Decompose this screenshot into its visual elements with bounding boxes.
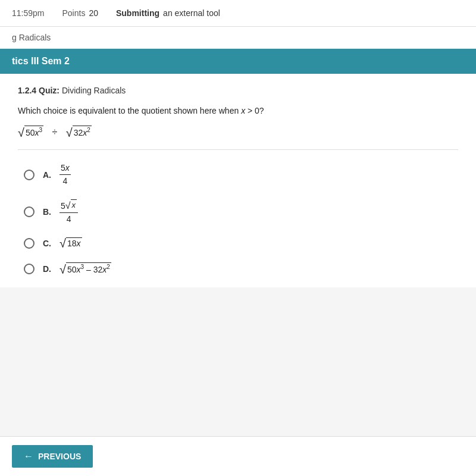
option-c-label: C. — [43, 239, 51, 248]
options-list: A. 5x 4 B. 5 √ x 4 — [18, 163, 458, 275]
division-symbol: ÷ — [49, 127, 60, 137]
breadcrumb: g Radicals — [0, 27, 476, 49]
arrow-left-icon: ← — [24, 451, 33, 462]
bottom-bar: ← PREVIOUS — [0, 436, 476, 476]
previous-button-label: PREVIOUS — [38, 452, 81, 461]
option-b-content: 5 √ x 4 — [60, 199, 78, 224]
radio-a[interactable] — [24, 170, 35, 180]
section-header-text: tics III Sem 2 — [12, 56, 70, 66]
option-a[interactable]: A. 5x 4 — [24, 163, 452, 186]
points-label: Points — [62, 8, 85, 18]
due-time-value: 11:59pm — [12, 8, 44, 18]
section-header: tics III Sem 2 — [0, 49, 476, 74]
previous-button[interactable]: ← PREVIOUS — [12, 445, 93, 468]
option-a-content: 5x 4 — [60, 163, 71, 186]
option-b-label: B. — [43, 207, 51, 217]
quiz-title-label: 1.2.4 Quiz: — [18, 86, 60, 95]
top-bar: 11:59pm Points 20 Submitting an external… — [0, 0, 476, 27]
option-b[interactable]: B. 5 √ x 4 — [24, 199, 452, 224]
due-time-item: 11:59pm — [12, 8, 44, 18]
points-value: 20 — [89, 8, 98, 18]
divider — [18, 149, 458, 150]
option-d-content: √ 50x3 – 32x2 — [60, 262, 111, 275]
submitting-item: Submitting an external tool — [116, 8, 220, 18]
question-body: Which choice is equivalent to the quotie… — [18, 106, 264, 115]
quiz-title-sub: Dividing Radicals — [62, 86, 126, 95]
submitting-label: Submitting — [116, 8, 159, 18]
points-item: Points 20 — [62, 8, 98, 18]
option-c[interactable]: C. √ 18x — [24, 237, 452, 250]
breadcrumb-text: g Radicals — [12, 33, 51, 42]
content-area: 1.2.4 Quiz: Dividing Radicals Which choi… — [0, 74, 476, 287]
sqrt-right: √ 32x2 — [66, 126, 92, 139]
option-d[interactable]: D. √ 50x3 – 32x2 — [24, 262, 452, 275]
radio-b[interactable] — [24, 206, 35, 217]
submitting-value: an external tool — [163, 8, 220, 18]
radio-d[interactable] — [24, 264, 35, 274]
question-text: Which choice is equivalent to the quotie… — [18, 105, 458, 117]
radio-c[interactable] — [24, 238, 35, 249]
math-expression: √ 50x3 ÷ √ 32x2 — [18, 126, 458, 139]
option-d-label: D. — [43, 264, 51, 274]
option-a-label: A. — [43, 170, 51, 180]
sqrt-left: √ 50x3 — [18, 126, 43, 139]
option-c-content: √ 18x — [60, 237, 82, 250]
quiz-title: 1.2.4 Quiz: Dividing Radicals — [18, 86, 458, 95]
